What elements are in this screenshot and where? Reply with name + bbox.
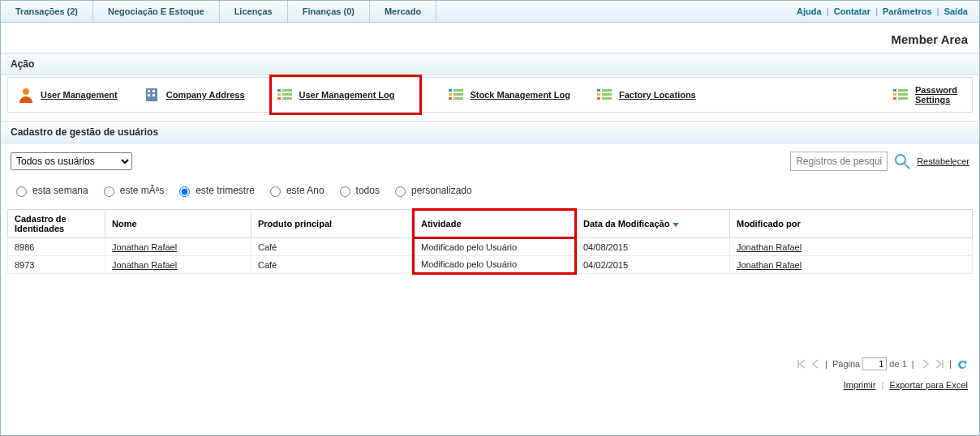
radio-month[interactable]: este mÃªs: [100, 184, 164, 197]
action-stock-management-log[interactable]: Stock Management Log: [446, 85, 570, 105]
svg-line-31: [905, 164, 909, 169]
col-modby[interactable]: Modificado por: [730, 210, 973, 238]
user-icon: [16, 85, 36, 105]
radio-week[interactable]: esta semana: [12, 184, 88, 197]
user-link[interactable]: Jonathan Rafael: [112, 242, 177, 252]
table-row: 8986 Jonathan Rafael Café Modificado pel…: [8, 238, 973, 256]
svg-rect-18: [597, 89, 600, 92]
top-nav: Transações (2) Negociação E Estoque Lice…: [1, 1, 979, 23]
cell-activity: Modificado pelo Usuário: [414, 238, 576, 256]
svg-rect-7: [282, 89, 292, 92]
sub-header: Cadastro de gestão de usuários: [1, 121, 979, 143]
nav-tab-negociacao[interactable]: Negociação E Estoque: [93, 1, 220, 22]
svg-rect-24: [893, 89, 896, 92]
list-icon: [891, 85, 910, 105]
nav-tab-mercado[interactable]: Mercado: [370, 1, 436, 22]
user-link[interactable]: Jonathan Rafael: [112, 260, 177, 270]
page-label: Página: [832, 359, 860, 369]
date-range-radios: esta semana este mÃªs este trimestre est…: [1, 179, 979, 207]
col-name[interactable]: Nome: [105, 210, 251, 238]
svg-rect-22: [597, 97, 600, 100]
search-input[interactable]: [790, 152, 888, 171]
svg-rect-8: [277, 93, 281, 96]
svg-rect-17: [453, 97, 463, 100]
action-bar: User Management Company Address User Man…: [7, 77, 973, 113]
action-factory-locations[interactable]: Factory Locations: [595, 85, 696, 105]
svg-rect-20: [597, 93, 600, 96]
action-label: User Management Log: [299, 90, 395, 100]
svg-rect-9: [282, 93, 292, 96]
radio-year[interactable]: este Ano: [266, 184, 325, 197]
first-page-icon[interactable]: [795, 359, 806, 370]
cell-product: Café: [251, 238, 414, 256]
cell-id: 8973: [8, 256, 105, 274]
svg-rect-15: [453, 93, 463, 96]
reset-link[interactable]: Restabelecer: [917, 156, 969, 166]
link-exit[interactable]: Saída: [944, 6, 968, 16]
prev-page-icon[interactable]: [809, 359, 820, 370]
svg-rect-16: [449, 97, 452, 100]
list-icon: [595, 85, 614, 105]
radio-custom[interactable]: personalizado: [391, 184, 472, 197]
action-user-management[interactable]: User Management: [16, 85, 118, 105]
refresh-icon[interactable]: [956, 359, 968, 370]
col-moddate[interactable]: Data da Modificação: [576, 210, 730, 238]
svg-rect-3: [153, 90, 155, 92]
total-pages: 1: [902, 359, 907, 369]
nav-tab-financas[interactable]: Finanças (0): [288, 1, 370, 22]
next-page-icon[interactable]: [919, 359, 931, 370]
svg-rect-25: [898, 89, 908, 92]
last-page-icon[interactable]: [933, 359, 944, 370]
col-product[interactable]: Produto principal: [251, 210, 414, 238]
svg-point-0: [23, 88, 29, 95]
svg-rect-27: [898, 93, 908, 96]
cell-activity: Modificado pelo Usuário: [414, 256, 576, 274]
nav-tab-licencas[interactable]: Licenças: [220, 1, 288, 22]
radio-quarter[interactable]: este trimestre: [175, 184, 255, 197]
log-table: Cadastro de Identidades Nome Produto pri…: [7, 208, 973, 275]
cell-moddate: 04/08/2015: [576, 238, 730, 256]
svg-rect-5: [153, 94, 155, 96]
action-label: User Management: [41, 90, 118, 100]
action-user-management-log[interactable]: User Management Log: [269, 75, 422, 115]
building-icon: [142, 85, 161, 105]
svg-rect-6: [277, 89, 281, 92]
cell-id: 8986: [8, 238, 105, 256]
radio-all[interactable]: todos: [336, 184, 380, 197]
action-label: Stock Management Log: [471, 90, 570, 100]
page-input[interactable]: [862, 357, 887, 370]
action-label: Company Address: [166, 90, 245, 100]
svg-point-30: [896, 155, 905, 165]
svg-rect-23: [602, 97, 612, 100]
member-area-title: Member Area: [1, 23, 979, 53]
svg-rect-13: [453, 89, 463, 92]
of-label: de: [889, 359, 899, 369]
export-excel-link[interactable]: Exportar para Excel: [889, 380, 968, 390]
cell-product: Café: [251, 256, 414, 274]
svg-rect-19: [602, 89, 612, 92]
cell-moddate: 04/02/2015: [576, 256, 730, 274]
col-id[interactable]: Cadastro de Identidades: [8, 210, 105, 238]
user-link[interactable]: Jonathan Rafael: [737, 242, 802, 252]
pager: | Página de 1 | |: [1, 349, 979, 375]
search-icon[interactable]: [892, 152, 912, 171]
svg-rect-26: [893, 93, 896, 96]
action-password-settings[interactable]: Password Settings: [891, 85, 964, 105]
print-link[interactable]: Imprimir: [844, 380, 876, 390]
table-row: 8973 Jonathan Rafael Café Modificado pel…: [8, 256, 973, 274]
sort-desc-icon: [673, 223, 679, 227]
link-help[interactable]: Ajuda: [797, 6, 822, 16]
action-company-address[interactable]: Company Address: [142, 85, 245, 105]
svg-rect-14: [449, 93, 452, 96]
svg-rect-10: [277, 97, 281, 100]
user-filter-select[interactable]: Todos os usuários: [11, 152, 132, 170]
action-header: Ação: [1, 53, 979, 75]
link-params[interactable]: Parâmetros: [883, 6, 932, 16]
nav-tab-transacoes[interactable]: Transações (2): [1, 1, 93, 22]
link-contact[interactable]: Contatar: [834, 6, 870, 16]
cell-name: Jonathan Rafael: [105, 256, 251, 274]
user-link[interactable]: Jonathan Rafael: [737, 260, 802, 270]
col-activity[interactable]: Atividade: [414, 210, 576, 238]
action-label: Factory Locations: [619, 90, 696, 100]
list-icon: [275, 85, 294, 105]
